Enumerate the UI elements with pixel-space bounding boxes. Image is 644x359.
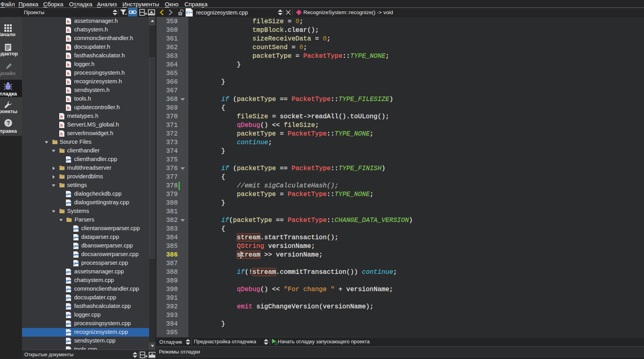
svg-text:C++: C++ bbox=[186, 11, 193, 15]
svg-text:?: ? bbox=[7, 120, 10, 126]
